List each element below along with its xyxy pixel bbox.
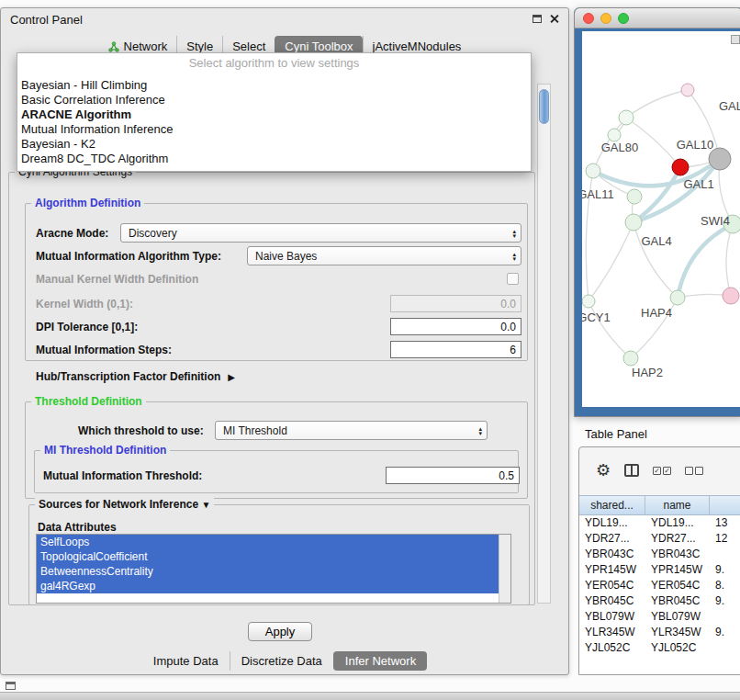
table-row[interactable]: YBL079WYBL079W bbox=[579, 609, 740, 625]
docked-panel-icon[interactable] bbox=[6, 682, 16, 690]
bottom-tab-discretize-data[interactable]: Discretize Data bbox=[230, 651, 333, 671]
apply-button[interactable]: Apply bbox=[248, 622, 312, 641]
table-cell[interactable]: 8. bbox=[710, 578, 740, 593]
data-attributes-list[interactable]: SelfLoopsTopologicalCoefficientBetweenne… bbox=[36, 534, 511, 604]
attribute-list-scrollbar[interactable] bbox=[499, 535, 510, 603]
mi-type-label: Mutual Information Algorithm Type: bbox=[36, 250, 221, 263]
algorithm-option-basic-correlation-inference[interactable]: Basic Correlation Inference bbox=[17, 93, 531, 107]
which-threshold-combo[interactable]: MI Threshold ▴▾ bbox=[215, 421, 488, 440]
expanded-arrow-icon[interactable]: ▼ bbox=[201, 500, 210, 510]
column-header-extra[interactable] bbox=[710, 496, 740, 514]
deselect-all-columns-icon[interactable] bbox=[685, 467, 703, 475]
table-cell[interactable] bbox=[710, 640, 740, 656]
table-cell[interactable]: YBR043C bbox=[645, 547, 710, 562]
network-graph[interactable]: GAL80GAL10GAL11GAL1SWI4GAL4GCY1HAP4HAP2G… bbox=[582, 31, 740, 409]
attribute-item-betweennesscentrality[interactable]: BetweennessCentrality bbox=[37, 564, 499, 579]
algorithm-option-dream8-dc-tdc-algorithm[interactable]: Dream8 DC_TDC Algorithm bbox=[17, 152, 531, 166]
table-cell[interactable]: YJL052C bbox=[579, 640, 645, 656]
table-cell[interactable]: YBR043C bbox=[579, 547, 645, 562]
kernel-width-label: Kernel Width (0,1): bbox=[36, 298, 133, 310]
network-node[interactable] bbox=[681, 84, 694, 96]
table-cell[interactable]: YBL079W bbox=[645, 609, 710, 625]
algorithm-option-aracne-algorithm[interactable]: ARACNE Algorithm bbox=[17, 107, 531, 122]
table-row[interactable]: YER054CYER054C8. bbox=[579, 578, 740, 593]
network-node[interactable] bbox=[619, 110, 633, 125]
table-cell[interactable]: YPR145W bbox=[645, 562, 710, 578]
network-node[interactable] bbox=[625, 214, 642, 231]
network-window-titlebar[interactable] bbox=[575, 8, 740, 28]
kernel-width-field[interactable] bbox=[390, 295, 521, 312]
network-node[interactable] bbox=[582, 295, 595, 308]
attribute-item-gal4rgexp[interactable]: gal4RGexp bbox=[37, 579, 499, 593]
table-cell[interactable]: YDR27... bbox=[579, 531, 645, 547]
network-node[interactable] bbox=[670, 290, 685, 305]
network-canvas[interactable]: GAL80GAL10GAL11GAL1SWI4GAL4GCY1HAP4HAP2G… bbox=[582, 31, 740, 407]
manual-kernel-checkbox[interactable] bbox=[507, 273, 519, 285]
network-node[interactable] bbox=[608, 129, 621, 141]
table-cell[interactable]: YLR345W bbox=[645, 625, 710, 640]
table-cell[interactable]: YPR145W bbox=[579, 562, 645, 578]
table-row[interactable]: YPR145WYPR145W9. bbox=[579, 562, 740, 578]
network-node[interactable] bbox=[623, 351, 638, 366]
close-window-icon[interactable] bbox=[583, 13, 594, 24]
mi-steps-field[interactable] bbox=[390, 341, 521, 358]
table-row[interactable]: YLR345WYLR345W9. bbox=[579, 625, 740, 640]
table-cell[interactable]: YDL19... bbox=[645, 515, 710, 531]
close-panel-icon[interactable] bbox=[549, 14, 559, 24]
table-cell[interactable]: 13 bbox=[710, 515, 740, 531]
network-node[interactable] bbox=[586, 164, 600, 178]
table-cell[interactable] bbox=[710, 547, 740, 562]
select-all-columns-icon[interactable]: ✓ ✓ bbox=[653, 467, 671, 475]
tab-label: Style bbox=[186, 40, 213, 53]
table-cell[interactable]: 9. bbox=[710, 562, 740, 578]
table-row[interactable]: YDL19...YDL19...13 bbox=[579, 515, 740, 531]
table-cell[interactable]: 9. bbox=[710, 593, 740, 609]
mi-steps-label: Mutual Information Steps: bbox=[36, 344, 172, 356]
table-cell[interactable]: YDR27... bbox=[645, 531, 710, 547]
collapsed-arrow-icon[interactable]: ▶ bbox=[228, 372, 235, 382]
table-cell[interactable]: 12 bbox=[710, 531, 740, 547]
table-row[interactable]: YBR043CYBR043C bbox=[579, 547, 740, 562]
network-node[interactable] bbox=[627, 189, 642, 204]
network-node[interactable] bbox=[723, 288, 739, 304]
minimize-window-icon[interactable] bbox=[600, 13, 611, 24]
table-cell[interactable]: YBR045C bbox=[645, 593, 710, 609]
column-header-shared[interactable]: shared... bbox=[579, 496, 645, 514]
columns-icon[interactable] bbox=[624, 464, 639, 477]
algorithm-option-mutual-information-inference[interactable]: Mutual Information Inference bbox=[17, 122, 531, 137]
float-panel-icon[interactable] bbox=[533, 15, 542, 23]
table-cell[interactable]: 9. bbox=[710, 625, 740, 640]
dpi-tolerance-field[interactable] bbox=[390, 318, 521, 335]
attribute-item-selfloops[interactable]: SelfLoops bbox=[37, 535, 499, 549]
table-cell[interactable]: YER054C bbox=[579, 578, 645, 593]
table-row[interactable]: YDR27...YDR27...12 bbox=[579, 531, 740, 547]
mi-type-combo[interactable]: Naive Bayes ▴▾ bbox=[247, 246, 521, 265]
table-cell[interactable]: YER054C bbox=[645, 578, 710, 593]
table-cell[interactable]: YBL079W bbox=[579, 609, 645, 625]
settings-scrollbar-thumb[interactable] bbox=[539, 89, 549, 124]
algorithm-option-bayesian-hill-climbing[interactable]: Bayesian - Hill Climbing bbox=[17, 78, 531, 93]
table-row[interactable]: YBR045CYBR045C9. bbox=[579, 593, 740, 609]
node-label-gal80: GAL80 bbox=[601, 141, 638, 154]
mi-threshold-group-title: MI Threshold Definition bbox=[40, 444, 170, 457]
bottom-tab-infer-network[interactable]: Infer Network bbox=[333, 651, 427, 671]
table-cell[interactable]: YLR345W bbox=[579, 625, 645, 640]
bottom-tab-impute-data[interactable]: Impute Data bbox=[142, 651, 230, 671]
table-cell[interactable]: YJL052C bbox=[645, 640, 710, 656]
column-header-name[interactable]: name bbox=[645, 496, 710, 514]
network-node[interactable] bbox=[672, 159, 689, 175]
zoom-window-icon[interactable] bbox=[618, 13, 629, 24]
canvas-corner-box[interactable] bbox=[731, 35, 740, 44]
hub-definition-section[interactable]: Hub/Transcription Factor Definition ▶ bbox=[36, 370, 235, 383]
table-row[interactable]: YJL052CYJL052C bbox=[579, 640, 740, 656]
table-cell[interactable] bbox=[710, 609, 740, 625]
attribute-item-topologicalcoefficient[interactable]: TopologicalCoefficient bbox=[37, 549, 499, 564]
table-cell[interactable]: YBR045C bbox=[579, 593, 645, 609]
algorithm-option-bayesian-k2[interactable]: Bayesian - K2 bbox=[17, 137, 531, 152]
mi-threshold-field[interactable] bbox=[386, 467, 520, 484]
table-cell[interactable]: YDL19... bbox=[579, 515, 645, 531]
threshold-definition-title: Threshold Definition bbox=[31, 395, 146, 408]
aracne-mode-combo[interactable]: Discovery ▴▾ bbox=[120, 223, 521, 243]
sources-group-title[interactable]: Sources for Network Inference ▼ bbox=[35, 498, 214, 511]
gear-icon[interactable]: ⚙ bbox=[596, 462, 611, 479]
